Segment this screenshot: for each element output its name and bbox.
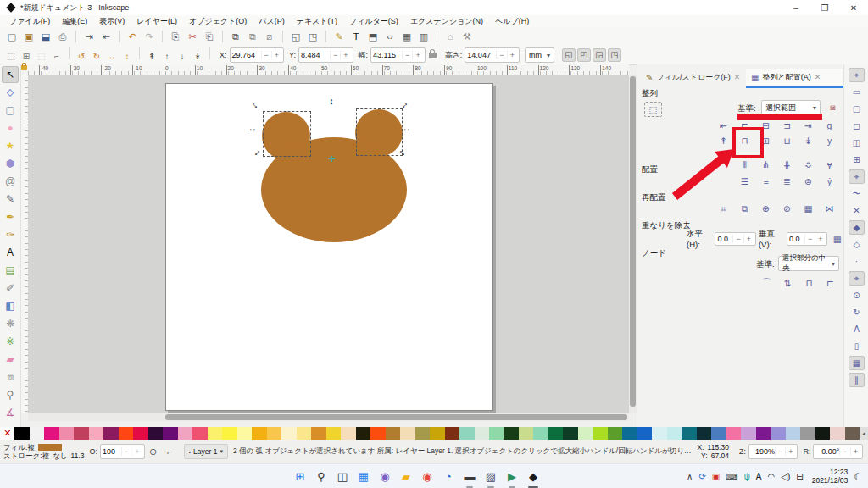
palette-swatch-30[interactable] (445, 427, 459, 440)
print[interactable]: ⎙ (55, 29, 70, 44)
snap-cusp-nodes[interactable]: ◆ (849, 220, 865, 235)
tray-expand[interactable]: ∧ (687, 472, 693, 481)
search[interactable]: ⚲ (314, 469, 329, 485)
menu-5[interactable]: パス(P) (253, 16, 290, 27)
opacity-value[interactable]: 100 (103, 447, 121, 456)
close-button[interactable]: ✕ (839, 0, 868, 15)
palette-swatch-3[interactable] (44, 427, 58, 440)
zoom-tool[interactable]: ⚲ (2, 386, 19, 403)
close-icon[interactable]: ✕ (734, 73, 741, 81)
palette-swatch-32[interactable] (475, 427, 489, 440)
ime-mode[interactable]: A (756, 472, 762, 481)
unit-dropdown[interactable]: mm ▾ (525, 47, 554, 63)
palette-swatch-49[interactable] (726, 427, 741, 440)
volume[interactable]: ◁) (781, 472, 790, 481)
palette-swatch-40[interactable] (593, 427, 607, 440)
box3d-tool[interactable]: ⬢ (2, 155, 19, 172)
overlap-v-field[interactable]: 0.0 − + (787, 232, 828, 246)
palette-swatch-50[interactable] (741, 427, 755, 440)
opacity-field[interactable]: 100 − + (100, 444, 145, 459)
horizontal-scrollbar[interactable] (28, 413, 629, 421)
selection-area-icon[interactable]: ⬚ (644, 102, 662, 117)
preferences[interactable]: ⚒ (459, 29, 475, 44)
brush-tool[interactable]: ✑ (2, 226, 19, 243)
palette-swatch-56[interactable] (830, 427, 844, 440)
palette-swatch-20[interactable] (297, 427, 311, 440)
palette-swatch-27[interactable] (400, 427, 415, 440)
menu-1[interactable]: 編集(E) (56, 16, 93, 27)
width-field-value[interactable]: 43.115 (373, 51, 402, 59)
xml-editor[interactable]: ‹› (382, 29, 398, 44)
align-distribute-dialog[interactable]: ▦ (399, 29, 415, 44)
pencil-tool[interactable]: ✎ (2, 191, 19, 208)
palette-swatch-41[interactable] (608, 427, 622, 440)
snap-bbox-centers[interactable]: ⊞ (849, 152, 865, 167)
palette-swatch-11[interactable] (163, 427, 177, 440)
opacity-plus[interactable]: + (131, 447, 142, 456)
snap-text-baselines[interactable]: A (849, 322, 865, 336)
palette-swatch-17[interactable] (252, 427, 266, 440)
distribute-nodes-h[interactable]: ⊓ (801, 276, 817, 290)
palette-swatch-37[interactable] (548, 427, 563, 440)
palette-swatch-45[interactable] (667, 427, 682, 440)
raise[interactable]: ↑ (160, 50, 174, 64)
palette-swatch-21[interactable] (311, 427, 326, 440)
overlap-v-minus[interactable]: − (804, 235, 815, 243)
snap-bbox-edge-midpoints[interactable]: ◫ (849, 136, 865, 150)
sticky-notes[interactable]: ▬ (462, 469, 477, 485)
lower[interactable]: ↓ (175, 50, 189, 64)
widgets[interactable]: ▦ (356, 469, 371, 485)
deselect[interactable]: ⬚ (35, 50, 48, 64)
distribute-bottom-edges[interactable]: ≣ (779, 175, 795, 188)
palette-scroll-arrow[interactable]: ◂ (860, 427, 868, 440)
snap-bbox-edges[interactable]: ▢ (849, 102, 865, 116)
snap-path-intersections[interactable]: ✕ (849, 203, 865, 218)
paste[interactable]: ⎗ (202, 29, 217, 44)
unclump[interactable]: ⋈ (821, 202, 837, 215)
touch-keyboard[interactable]: ⌨ (726, 472, 737, 481)
dropper-tool[interactable]: ✐ (2, 280, 19, 297)
flip-vertical[interactable]: ↕ (120, 50, 134, 64)
snap-paths[interactable]: 〜 (849, 186, 865, 201)
palette-swatch-57[interactable] (845, 427, 860, 440)
close-icon[interactable]: ✕ (815, 73, 821, 81)
exchange-clockwise[interactable]: ⊘ (779, 202, 795, 215)
palette-swatch-31[interactable] (459, 427, 474, 440)
y-field-value[interactable]: 8.484 (301, 51, 330, 59)
palette-swatch-8[interactable] (119, 427, 133, 440)
wifi[interactable]: ◠ (768, 472, 776, 481)
distribute-nodes-v[interactable]: ⊏ (822, 276, 838, 290)
photos-app[interactable]: ▨ (483, 469, 498, 485)
security[interactable]: ▣ (712, 472, 720, 481)
text-dialog[interactable]: T (348, 29, 364, 44)
selector-tool[interactable]: ↖ (2, 66, 19, 83)
overlap-h-value[interactable]: 0.0 (717, 235, 732, 243)
redo[interactable]: ↷ (142, 29, 157, 44)
star-tool[interactable]: ★ (2, 137, 19, 154)
fill-color-swatch[interactable] (38, 444, 62, 451)
palette-swatch-18[interactable] (267, 427, 281, 440)
x-field[interactable]: 29.764 − + (230, 47, 285, 63)
palette-swatch-44[interactable] (652, 427, 666, 440)
align-bottom-edges[interactable]: ⊔ (779, 134, 795, 147)
menu-0[interactable]: ファイル(F) (3, 16, 56, 27)
opacity-minus[interactable]: − (121, 447, 131, 456)
width-minus-button[interactable]: − (402, 51, 412, 59)
overlap-h-field[interactable]: 0.0 − + (715, 232, 756, 246)
layer-lock-icon[interactable]: ⌐ (163, 444, 178, 459)
palette-swatch-15[interactable] (222, 427, 236, 440)
raise-to-top[interactable]: ↟ (145, 50, 159, 64)
palette-swatch-16[interactable] (237, 427, 252, 440)
paint-bucket-tool[interactable]: ◧ (2, 297, 19, 314)
palette-swatch-29[interactable] (430, 427, 444, 440)
undo[interactable]: ↶ (125, 29, 140, 44)
unlink-clone[interactable]: ⧄ (262, 29, 277, 44)
distribute-text-anchors-h[interactable]: ɏ (821, 158, 837, 171)
file-explorer[interactable]: ▰ (398, 469, 414, 485)
copy[interactable]: ⎘ (168, 29, 183, 44)
palette-swatch-42[interactable] (622, 427, 637, 440)
snap-smooth-nodes[interactable]: ◇ (849, 237, 865, 252)
snap-grids[interactable]: ▦ (849, 356, 865, 370)
zoom-field[interactable]: 190% − + (748, 444, 798, 459)
thunderbird[interactable]: ◔ (441, 469, 456, 485)
